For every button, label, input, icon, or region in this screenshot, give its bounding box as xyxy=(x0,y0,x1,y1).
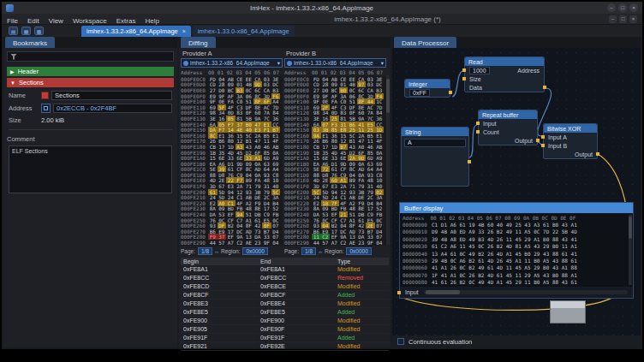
hex-byte[interactable]: C2 xyxy=(339,240,349,246)
node-string[interactable]: String A xyxy=(401,127,469,187)
provider-b-select[interactable]: imhex-1.33.0-x86_64.AppImage ▾ xyxy=(284,58,386,68)
page-value[interactable]: 1/8 xyxy=(198,247,212,255)
close-icon[interactable]: × xyxy=(182,28,186,34)
close-icon[interactable]: × xyxy=(629,3,638,12)
node-buffer-display[interactable]: Buffer display Address 00 01 02 03 04 05… xyxy=(399,202,634,299)
buffer-hscrollbar[interactable] xyxy=(424,290,628,294)
floating-window-preview[interactable] xyxy=(550,300,586,323)
output-pin[interactable] xyxy=(449,91,452,94)
menu-help[interactable]: Help xyxy=(145,17,158,25)
node-canvas[interactable]: Integer 0xFF Read 1000 Address Size Data xyxy=(392,48,641,335)
open-file-icon[interactable]: ▦ xyxy=(21,27,31,35)
diff-table-row[interactable]: 0xFE8E50xFE8E5Added xyxy=(181,308,389,317)
maximize-icon[interactable]: □ xyxy=(618,3,627,12)
hex-byte[interactable]: 44 xyxy=(312,240,321,246)
size-input-pin[interactable] xyxy=(462,77,466,80)
address-value[interactable]: 0x2ECCB - 0x2F4BF xyxy=(53,104,172,113)
provider-a-select[interactable]: imhex-1.33.2-x86_64.AppImage ▾ xyxy=(181,58,283,68)
document-tab[interactable]: imhex-1.33.0-x86_64.AppImage xyxy=(193,26,295,37)
integer-value-field[interactable]: 0xFF xyxy=(409,89,430,97)
output-pin[interactable] xyxy=(596,152,599,156)
menu-file[interactable]: File xyxy=(7,17,18,25)
hex-view-b[interactable]: 000FE0C0FD04ABCEEECA033E000FE0D0CD280901… xyxy=(284,76,386,246)
hex-byte[interactable]: AE xyxy=(348,240,357,246)
hex-row[interactable]: 000FE2904457A7C2AE239F04 xyxy=(181,240,283,246)
hex-byte[interactable]: 04 xyxy=(375,240,385,246)
hex-scrollbar[interactable] xyxy=(386,75,390,245)
region-value[interactable]: 0x0000 xyxy=(242,247,267,255)
data-output-pin[interactable] xyxy=(543,86,546,89)
continuous-evaluation-checkbox[interactable] xyxy=(397,338,404,345)
hex-byte[interactable]: 04 xyxy=(271,240,281,246)
hex-byte[interactable]: A7 xyxy=(226,240,236,246)
diff-table-row[interactable]: 0xFE9050xFE90FModified xyxy=(181,325,389,334)
output-pin[interactable] xyxy=(536,139,540,142)
node-read[interactable]: Read 1000 Address Size Data xyxy=(464,56,545,92)
menu-extras[interactable]: Extras xyxy=(116,17,136,25)
bookmark-entry-sections[interactable]: ▼ Sections xyxy=(7,78,174,87)
diff-table-row[interactable]: 0xFE8CF0xFE8CFAdded xyxy=(181,291,389,300)
diff-table-row[interactable]: 0xFE9000xFE900Modified xyxy=(181,317,389,325)
buffer-vscrollbar[interactable] xyxy=(629,215,632,285)
menu-view[interactable]: View xyxy=(49,17,63,25)
buffer-input-pin[interactable] xyxy=(397,291,401,294)
input-a-pin[interactable] xyxy=(541,135,545,139)
minimize-icon[interactable]: – xyxy=(607,3,616,12)
region-value[interactable]: 0x0000 xyxy=(346,247,371,255)
close-icon[interactable]: × xyxy=(629,15,637,23)
diff-table-header[interactable]: Begin End Type xyxy=(181,258,389,265)
hex-view-a[interactable]: 000FE0C0FD04ABCEEECA033E000FE0D0CD280901… xyxy=(181,76,283,246)
input-pin[interactable] xyxy=(476,122,480,125)
page-nav-icons[interactable]: ‹› xyxy=(215,249,218,254)
hex-byte[interactable]: 9F xyxy=(366,240,375,246)
diff-table-row[interactable]: 0xFE91F0xFE91FAdded xyxy=(181,334,389,342)
menu-workspace[interactable]: Workspace xyxy=(73,17,107,25)
menu-edit[interactable]: Edit xyxy=(27,17,39,25)
diff-table-row[interactable]: 0xFE8CD0xFE8CEModified xyxy=(181,282,389,291)
count-pin-label: Count xyxy=(483,129,499,135)
hex-byte[interactable]: 23 xyxy=(357,240,367,246)
hex-byte[interactable]: 9F xyxy=(262,240,271,246)
jump-to-address-icon[interactable] xyxy=(41,104,51,113)
string-value-field[interactable]: A xyxy=(404,139,466,147)
node-bitwise-xor[interactable]: Bitwise XOR Input A Input B Output xyxy=(543,123,598,159)
buffer-bytes: 61 C2 A6 11 45 0C 26 B2 4D 81 A5 43 29 B… xyxy=(432,243,577,250)
hex-byte[interactable]: 57 xyxy=(218,240,227,246)
color-swatch-icon[interactable] xyxy=(41,92,49,99)
buffer-hex-view[interactable]: Address 00 01 02 03 04 05 06 07 08 09 0A… xyxy=(400,213,633,287)
tab-bookmarks[interactable]: Bookmarks xyxy=(5,37,55,48)
comment-field[interactable]: ELF Sections xyxy=(9,145,172,193)
count-input-pin[interactable] xyxy=(476,130,480,134)
new-file-icon[interactable]: ▤ xyxy=(9,27,18,35)
page-nav-icons[interactable]: ‹› xyxy=(319,249,322,254)
hex-byte[interactable]: A7 xyxy=(330,240,339,246)
hex-byte[interactable]: 44 xyxy=(208,240,218,246)
document-tab[interactable]: imhex-1.33.2-x86_64.AppImage× xyxy=(81,26,191,37)
hex-byte[interactable]: C2 xyxy=(236,240,245,246)
maximize-icon[interactable]: □ xyxy=(619,15,627,23)
diff-table-row[interactable]: 0xFE8A10xFE8A1Modified xyxy=(181,265,389,274)
address-input-pin[interactable] xyxy=(462,68,466,72)
diff-table-row[interactable]: 0xFE9210xFE92EModified xyxy=(181,342,389,351)
hex-row[interactable]: 000FE2904457A7C2AE239F04 xyxy=(284,240,386,246)
input-b-pin[interactable] xyxy=(541,144,545,147)
node-repeat-buffer[interactable]: Repeat buffer Input Count Output xyxy=(478,110,538,145)
minimize-icon[interactable]: – xyxy=(609,15,617,23)
diff-table-row[interactable]: 0xFE8E30xFE8E4Modified xyxy=(181,300,389,308)
read-size-field[interactable]: 1000 xyxy=(469,67,490,74)
tab-diffing[interactable]: Diffing xyxy=(181,37,216,48)
hex-byte[interactable]: 57 xyxy=(321,240,331,246)
hex-byte[interactable]: AE xyxy=(244,240,253,246)
buffer-bytes: 39 4B A8 ED 49 B3 4D 26 11 45 29 A1 B0 8… xyxy=(432,236,577,243)
save-icon[interactable]: ▩ xyxy=(34,27,44,35)
tab-data-processor[interactable]: Data Processor xyxy=(394,37,456,48)
name-field[interactable]: Sections xyxy=(51,91,172,100)
page-value[interactable]: 1/8 xyxy=(301,247,316,255)
node-integer[interactable]: Integer 0xFF xyxy=(404,79,450,98)
output-pin[interactable] xyxy=(468,160,471,163)
bookmark-filter-input[interactable] xyxy=(7,51,174,62)
hex-header: Address00 01 02 03 04 05 06 07 xyxy=(181,69,283,76)
hex-byte[interactable]: 23 xyxy=(253,240,263,246)
bookmark-entry-header[interactable]: ▶ Header xyxy=(7,67,174,76)
diff-table-row[interactable]: 0xFE8CC0xFE8CCRemoved xyxy=(181,274,389,282)
